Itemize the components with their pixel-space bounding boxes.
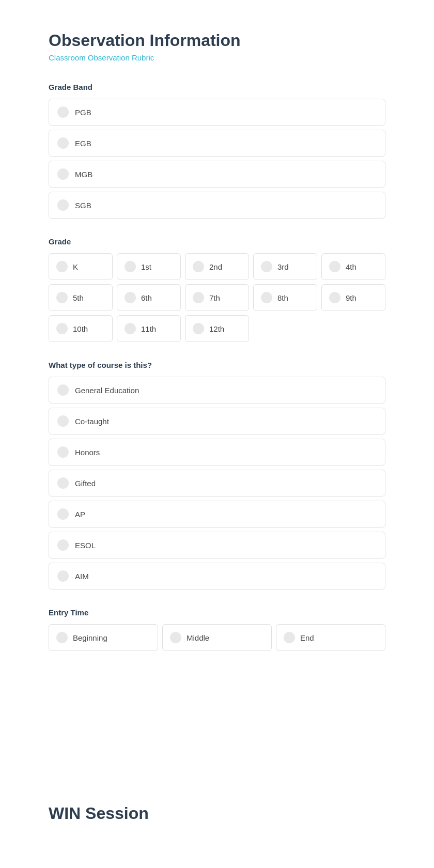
grade-option-3rd[interactable]: 3rd [253,253,317,280]
grade-options: K 1st 2nd 3rd 4th 5th [49,253,385,342]
grade-band-section: Grade Band PGB EGB MGB SGB [49,83,385,219]
course-type-label-gen-ed: General Education [75,386,139,395]
radio-circle-9th [329,292,340,303]
course-type-option-ap[interactable]: AP [49,501,385,528]
course-type-option-honors[interactable]: Honors [49,439,385,466]
radio-circle-gifted [57,477,69,489]
grade-label-12th: 12th [209,324,224,333]
radio-circle-end [284,632,295,643]
page-subtitle: Classroom Observation Rubric [49,53,385,62]
page-title: Observation Information [49,31,385,50]
radio-circle-middle [170,632,181,643]
course-type-label-esol: ESOL [75,541,96,550]
course-type-label-ap: AP [75,510,85,519]
grade-label-7th: 7th [209,293,220,302]
grade-option-12th[interactable]: 12th [185,315,249,342]
grade-band-label-egb: EGB [75,139,91,148]
grade-label-1st: 1st [141,262,151,271]
course-type-label: What type of course is this? [49,361,385,369]
entry-time-label-middle: Middle [187,633,209,642]
course-type-option-gen-ed[interactable]: General Education [49,377,385,404]
grade-section: Grade K 1st 2nd 3rd 4th [49,237,385,342]
grade-label-6th: 6th [141,293,152,302]
grade-label-k: K [73,262,78,271]
entry-time-options: Beginning Middle End [49,624,385,651]
entry-time-label-beginning: Beginning [73,633,107,642]
course-type-option-esol[interactable]: ESOL [49,532,385,559]
radio-circle-pgb [57,106,69,118]
grade-option-11th[interactable]: 11th [117,315,181,342]
grade-band-label-mgb: MGB [75,170,92,179]
radio-circle-8th [261,292,272,303]
radio-circle-7th [193,292,204,303]
grade-option-2nd[interactable]: 2nd [185,253,249,280]
radio-circle-co-taught [57,415,69,427]
radio-circle-esol [57,539,69,551]
course-type-option-co-taught[interactable]: Co-taught [49,408,385,435]
grade-option-k[interactable]: K [49,253,113,280]
grade-band-label-sgb: SGB [75,201,91,210]
entry-time-label: Entry Time [49,608,385,617]
radio-circle-egb [57,137,69,149]
grade-option-1st[interactable]: 1st [117,253,181,280]
radio-circle-3rd [261,261,272,272]
radio-circle-4th [329,261,340,272]
grade-band-label-pgb: PGB [75,108,91,117]
radio-circle-aim [57,570,69,582]
grade-option-6th[interactable]: 6th [117,284,181,311]
radio-circle-6th [125,292,136,303]
course-type-options: General Education Co-taught Honors Gifte… [49,377,385,590]
entry-time-label-end: End [300,633,314,642]
grade-option-4th[interactable]: 4th [321,253,385,280]
win-session-title: WIN Session [49,804,385,823]
grade-label-5th: 5th [73,293,84,302]
course-type-section: What type of course is this? General Edu… [49,361,385,590]
grade-label-4th: 4th [346,262,357,271]
grade-option-5th[interactable]: 5th [49,284,113,311]
radio-circle-10th [56,323,68,334]
grade-band-option-pgb[interactable]: PGB [49,99,385,126]
grade-option-9th[interactable]: 9th [321,284,385,311]
entry-time-option-end[interactable]: End [276,624,385,651]
radio-circle-1st [125,261,136,272]
radio-circle-mgb [57,168,69,180]
course-type-label-gifted: Gifted [75,479,96,488]
radio-circle-k [56,261,68,272]
grade-band-options: PGB EGB MGB SGB [49,99,385,219]
radio-circle-2nd [193,261,204,272]
radio-circle-5th [56,292,68,303]
entry-time-section: Entry Time Beginning Middle End [49,608,385,651]
spacer [49,670,385,773]
entry-time-option-middle[interactable]: Middle [162,624,272,651]
grade-option-7th[interactable]: 7th [185,284,249,311]
grade-label-10th: 10th [73,324,88,333]
grade-label-3rd: 3rd [277,262,289,271]
course-type-label-aim: AIM [75,572,89,581]
grade-band-option-egb[interactable]: EGB [49,130,385,157]
course-type-label-co-taught: Co-taught [75,417,109,426]
grade-label: Grade [49,237,385,246]
grade-label-11th: 11th [141,324,156,333]
radio-circle-sgb [57,199,69,211]
course-type-option-aim[interactable]: AIM [49,563,385,590]
radio-circle-honors [57,446,69,458]
radio-circle-ap [57,508,69,520]
grade-option-10th[interactable]: 10th [49,315,113,342]
course-type-option-gifted[interactable]: Gifted [49,470,385,497]
grade-band-option-sgb[interactable]: SGB [49,192,385,219]
radio-circle-gen-ed [57,384,69,396]
grade-band-option-mgb[interactable]: MGB [49,161,385,188]
radio-circle-11th [125,323,136,334]
radio-circle-12th [193,323,204,334]
grade-option-8th[interactable]: 8th [253,284,317,311]
grade-band-label: Grade Band [49,83,385,91]
grade-label-2nd: 2nd [209,262,222,271]
course-type-label-honors: Honors [75,448,100,457]
grade-label-8th: 8th [277,293,288,302]
radio-circle-beginning [56,632,68,643]
grade-label-9th: 9th [346,293,357,302]
entry-time-option-beginning[interactable]: Beginning [49,624,158,651]
